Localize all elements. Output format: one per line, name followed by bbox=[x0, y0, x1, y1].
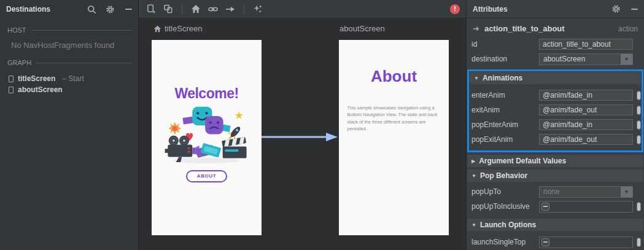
graph-section-label: GRAPH bbox=[0, 58, 138, 67]
launchsingletop-field bbox=[539, 236, 633, 248]
attributes-panel: Attributes ➜ action_title_to_about actio… bbox=[466, 0, 644, 250]
attributes-body: ➜ action_title_to_about action id action… bbox=[467, 18, 644, 250]
hide-panel-icon[interactable] bbox=[123, 4, 133, 14]
toolbar-separator bbox=[244, 4, 244, 15]
welcome-heading: Welcome! bbox=[174, 85, 238, 102]
error-badge-icon[interactable]: ! bbox=[450, 4, 460, 14]
new-destination-icon[interactable] bbox=[146, 4, 156, 14]
host-section-label: HOST bbox=[0, 26, 138, 34]
popupto-row: popUpTo none ▼ bbox=[467, 184, 644, 199]
titlescreen-preview[interactable]: Welcome! bbox=[152, 40, 262, 235]
deep-link-icon[interactable] bbox=[208, 4, 218, 14]
resource-picker-icon[interactable] bbox=[637, 106, 641, 115]
popenteranim-input[interactable]: @anim/fade_in bbox=[539, 119, 633, 130]
titlescreen-label[interactable]: titleScreen bbox=[153, 24, 202, 33]
popexitanim-row: popExitAnim @anim/fade_out bbox=[469, 132, 642, 147]
attributes-panel-header: Attributes bbox=[467, 0, 644, 18]
enteranim-input[interactable]: @anim/fade_in bbox=[539, 90, 633, 101]
attributes-panel-title: Attributes bbox=[473, 5, 611, 14]
resource-picker-icon[interactable] bbox=[637, 238, 641, 247]
popupto-dropdown[interactable]: none ▼ bbox=[539, 186, 633, 198]
collapse-triangle-icon: ▼ bbox=[471, 222, 476, 228]
chevron-down-icon: ▼ bbox=[621, 187, 632, 197]
gear-icon[interactable] bbox=[105, 4, 115, 14]
collapse-triangle-icon: ▶ bbox=[471, 158, 475, 164]
sidebar-item-aboutscreen[interactable]: aboutScreen bbox=[0, 84, 138, 95]
about-heading: About bbox=[371, 67, 417, 86]
auto-arrange-icon[interactable] bbox=[253, 4, 263, 14]
destination-label: destination bbox=[471, 55, 539, 63]
aboutscreen-label[interactable]: aboutScreen bbox=[339, 24, 385, 33]
action-name: action_title_to_about bbox=[484, 24, 613, 33]
action-transition-arrow[interactable] bbox=[260, 131, 339, 143]
launch-options-section-header[interactable]: ▼ Launch Options bbox=[467, 219, 643, 231]
popexitanim-input[interactable]: @anim/fade_out bbox=[539, 134, 633, 145]
about-body-text: This sample showcases navigation using a… bbox=[347, 104, 441, 132]
nav-graph-canvas[interactable]: ! titleScreen Welcome! bbox=[139, 0, 466, 250]
start-destination-suffix: – Start bbox=[62, 74, 83, 83]
about-button: ABOUT bbox=[186, 170, 227, 182]
launchsingletop-row: launchSingleTop bbox=[467, 235, 644, 249]
destination-dropdown[interactable]: aboutScreen ▼ bbox=[539, 53, 633, 65]
fragment-icon bbox=[9, 87, 14, 93]
movie-illustration bbox=[160, 102, 254, 166]
pop-behavior-section-header[interactable]: ▼ Pop Behavior bbox=[467, 170, 643, 182]
enteranim-row: enterAnim @anim/fade_in bbox=[469, 88, 642, 103]
destinations-panel-header: Destinations bbox=[0, 0, 138, 18]
collapse-triangle-icon: ▼ bbox=[474, 76, 479, 81]
popuptoinclusive-checkbox[interactable] bbox=[541, 203, 549, 211]
resource-picker-icon[interactable] bbox=[637, 91, 641, 100]
resource-picker-icon[interactable] bbox=[637, 202, 641, 211]
popuptoinclusive-field bbox=[539, 201, 633, 213]
exitanim-input[interactable]: @anim/fade_out bbox=[539, 104, 633, 115]
resource-picker-icon[interactable] bbox=[637, 135, 641, 144]
popenteranim-row: popEnterAnim @anim/fade_in bbox=[469, 117, 642, 132]
toolbar-separator bbox=[182, 4, 182, 15]
assign-start-home-icon[interactable] bbox=[191, 4, 201, 14]
action-arrow-icon: ➜ bbox=[473, 24, 479, 33]
animations-highlight-box: ▼ Animations enterAnim @anim/fade_in exi… bbox=[467, 69, 643, 152]
navigation-editor: Destinations HOST No NavHostFragments fo… bbox=[0, 0, 644, 250]
sidebar-item-titlescreen[interactable]: titleScreen – Start bbox=[0, 73, 138, 84]
destinations-panel: Destinations HOST No NavHostFragments fo… bbox=[0, 0, 139, 250]
action-header-row: ➜ action_title_to_about action bbox=[467, 18, 644, 37]
id-input[interactable]: action_title_to_about bbox=[539, 39, 633, 50]
hide-panel-icon[interactable] bbox=[629, 4, 639, 14]
action-type: action bbox=[618, 25, 638, 33]
search-icon[interactable] bbox=[87, 4, 96, 14]
host-empty-message: No NavHostFragments found bbox=[0, 34, 138, 51]
canvas-toolbar: ! bbox=[139, 0, 466, 18]
animations-section-header[interactable]: ▼ Animations bbox=[470, 72, 641, 84]
start-home-icon bbox=[153, 25, 161, 33]
action-arrow-icon[interactable] bbox=[225, 4, 235, 14]
destinations-panel-title: Destinations bbox=[6, 5, 87, 14]
chevron-down-icon: ▼ bbox=[621, 54, 632, 64]
launchsingletop-checkbox[interactable] bbox=[541, 238, 549, 246]
id-row: id action_title_to_about bbox=[467, 37, 644, 52]
aboutscreen-preview[interactable]: About This sample showcases navigation u… bbox=[339, 40, 449, 235]
gear-icon[interactable] bbox=[611, 4, 621, 14]
nested-graph-icon[interactable] bbox=[163, 4, 173, 14]
id-label: id bbox=[471, 40, 539, 49]
popuptoinclusive-row: popUpToInclusive bbox=[467, 199, 644, 214]
destination-row: destination aboutScreen ▼ bbox=[467, 52, 644, 66]
collapse-triangle-icon: ▼ bbox=[471, 173, 476, 179]
fragment-icon bbox=[9, 76, 14, 82]
graph-destination-list: titleScreen – Start aboutScreen bbox=[0, 73, 138, 95]
argument-defaults-section-header[interactable]: ▶ Argument Default Values bbox=[467, 155, 643, 167]
exitanim-row: exitAnim @anim/fade_out bbox=[469, 103, 642, 117]
resource-picker-icon[interactable] bbox=[637, 120, 641, 130]
